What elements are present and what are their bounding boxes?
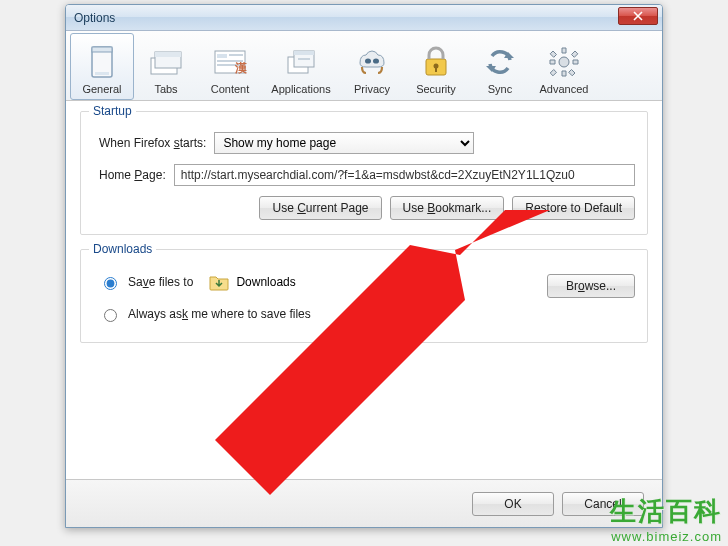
tab-applications[interactable]: Applications [262, 33, 340, 100]
privacy-icon [356, 44, 388, 80]
use-bookmark-button[interactable]: Use Bookmark... [390, 196, 505, 220]
svg-rect-1 [92, 47, 112, 52]
ok-button[interactable]: OK [472, 492, 554, 516]
tab-privacy-label: Privacy [354, 83, 390, 95]
browse-button[interactable]: Browse... [547, 274, 635, 298]
content-icon: 漢 [213, 44, 247, 80]
security-icon [423, 44, 449, 80]
sync-icon [484, 44, 516, 80]
close-icon [633, 11, 643, 21]
tab-privacy[interactable]: Privacy [340, 33, 404, 100]
svg-text:漢: 漢 [234, 61, 247, 75]
folder-icon [208, 272, 230, 292]
tab-tabs[interactable]: Tabs [134, 33, 198, 100]
always-ask-radio[interactable] [104, 309, 117, 322]
svg-point-16 [365, 58, 371, 63]
svg-point-17 [373, 58, 379, 63]
tabs-icon [149, 44, 183, 80]
svg-rect-2 [95, 72, 109, 75]
tab-advanced-label: Advanced [540, 83, 589, 95]
titlebar: Options [66, 5, 662, 31]
tab-security[interactable]: Security [404, 33, 468, 100]
watermark: 生活百科 www.bimeiz.com [610, 494, 722, 544]
downloads-legend: Downloads [89, 242, 156, 256]
svg-rect-20 [435, 67, 437, 72]
options-window: Options General Tabs 漢 Content [65, 4, 663, 528]
advanced-icon [548, 44, 580, 80]
startup-group: Startup When Firefox starts: Show my hom… [80, 111, 648, 235]
svg-rect-5 [155, 52, 181, 57]
svg-point-23 [559, 57, 569, 67]
svg-rect-15 [298, 58, 310, 60]
tab-tabs-label: Tabs [154, 83, 177, 95]
use-current-page-button[interactable]: Use Current Page [259, 196, 381, 220]
when-firefox-starts-select[interactable]: Show my home page [214, 132, 474, 154]
svg-rect-14 [294, 51, 314, 55]
download-path-text: Downloads [236, 275, 295, 289]
tab-content[interactable]: 漢 Content [198, 33, 262, 100]
tab-content-label: Content [211, 83, 250, 95]
svg-rect-8 [229, 54, 243, 56]
general-icon [88, 44, 116, 80]
tab-applications-label: Applications [271, 83, 330, 95]
tab-sync[interactable]: Sync [468, 33, 532, 100]
startup-legend: Startup [89, 104, 136, 118]
tab-general[interactable]: General [70, 33, 134, 100]
applications-icon [284, 44, 318, 80]
download-path-box[interactable]: Downloads [201, 270, 431, 294]
watermark-cn: 生活百科 [610, 494, 722, 529]
tab-general-label: General [82, 83, 121, 95]
always-ask-label: Always ask me where to save files [128, 307, 311, 321]
save-files-to-label: Save files to [128, 275, 193, 289]
footer: OK Cancel [66, 479, 662, 527]
tab-sync-label: Sync [488, 83, 512, 95]
save-files-to-radio[interactable] [104, 277, 117, 290]
homepage-input[interactable] [174, 164, 635, 186]
toolbar: General Tabs 漢 Content Applications Priv… [66, 31, 662, 101]
content-area: Startup When Firefox starts: Show my hom… [66, 101, 662, 367]
restore-to-default-button[interactable]: Restore to Default [512, 196, 635, 220]
tab-security-label: Security [416, 83, 456, 95]
window-title: Options [70, 11, 115, 25]
when-firefox-starts-label: When Firefox starts: [99, 136, 206, 150]
close-button[interactable] [618, 7, 658, 25]
svg-rect-7 [217, 54, 227, 58]
homepage-label: Home Page: [99, 168, 166, 182]
downloads-group: Downloads Save files to Downloads Browse… [80, 249, 648, 343]
tab-advanced[interactable]: Advanced [532, 33, 596, 100]
watermark-url: www.bimeiz.com [610, 529, 722, 544]
